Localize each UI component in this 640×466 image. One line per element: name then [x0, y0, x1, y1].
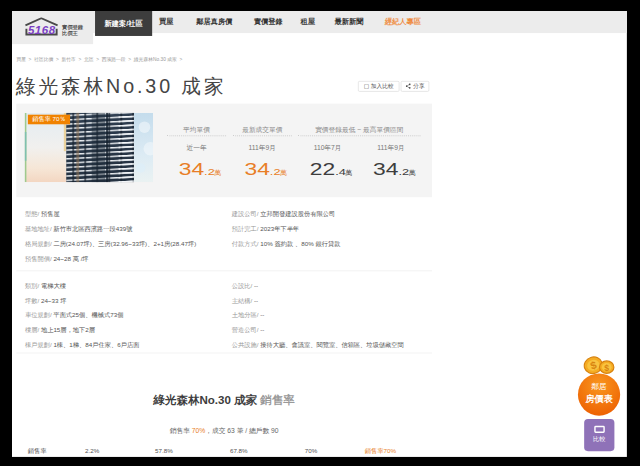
- svg-text:$: $: [604, 363, 609, 373]
